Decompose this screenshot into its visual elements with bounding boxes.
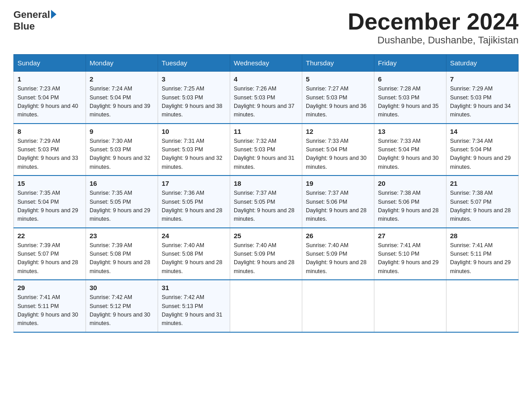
calendar-cell: 18Sunrise: 7:37 AMSunset: 5:05 PMDayligh… <box>230 176 302 228</box>
calendar-cell: 1Sunrise: 7:23 AMSunset: 5:04 PMDaylight… <box>14 72 86 124</box>
day-number: 29 <box>17 284 82 291</box>
day-info: Sunrise: 7:37 AMSunset: 5:05 PMDaylight:… <box>234 189 298 224</box>
day-number: 8 <box>17 128 82 135</box>
calendar-cell: 22Sunrise: 7:39 AMSunset: 5:07 PMDayligh… <box>14 228 86 280</box>
day-info: Sunrise: 7:33 AMSunset: 5:04 PMDaylight:… <box>306 137 370 172</box>
calendar-week-row: 1Sunrise: 7:23 AMSunset: 5:04 PMDaylight… <box>14 72 519 124</box>
day-info: Sunrise: 7:40 AMSunset: 5:08 PMDaylight:… <box>162 241 226 276</box>
calendar-subtitle: Dushanbe, Dushanbe, Tajikistan <box>348 34 519 46</box>
day-info: Sunrise: 7:23 AMSunset: 5:04 PMDaylight:… <box>17 85 82 120</box>
day-info: Sunrise: 7:33 AMSunset: 5:04 PMDaylight:… <box>378 137 442 172</box>
calendar-cell: 4Sunrise: 7:26 AMSunset: 5:03 PMDaylight… <box>230 72 302 124</box>
day-number: 15 <box>17 180 82 187</box>
day-number: 7 <box>450 75 515 83</box>
day-number: 28 <box>450 232 515 240</box>
day-number: 3 <box>162 75 226 83</box>
calendar-title: December 2024 <box>348 9 519 34</box>
day-info: Sunrise: 7:41 AMSunset: 5:10 PMDaylight:… <box>378 241 442 276</box>
calendar-cell: 9Sunrise: 7:30 AMSunset: 5:03 PMDaylight… <box>86 124 158 176</box>
day-info: Sunrise: 7:42 AMSunset: 5:13 PMDaylight:… <box>162 293 226 328</box>
day-info: Sunrise: 7:39 AMSunset: 5:08 PMDaylight:… <box>90 241 154 276</box>
logo-general-text: General <box>13 9 50 21</box>
calendar-cell: 23Sunrise: 7:39 AMSunset: 5:08 PMDayligh… <box>86 228 158 280</box>
day-number: 31 <box>162 284 226 291</box>
title-block: December 2024 Dushanbe, Dushanbe, Tajiki… <box>348 9 519 46</box>
calendar-cell: 14Sunrise: 7:34 AMSunset: 5:04 PMDayligh… <box>446 124 519 176</box>
calendar-cell: 21Sunrise: 7:38 AMSunset: 5:07 PMDayligh… <box>446 176 519 228</box>
day-number: 6 <box>378 75 442 83</box>
header-monday: Monday <box>86 55 158 72</box>
calendar-cell: 17Sunrise: 7:36 AMSunset: 5:05 PMDayligh… <box>158 176 230 228</box>
day-info: Sunrise: 7:30 AMSunset: 5:03 PMDaylight:… <box>90 137 154 172</box>
day-number: 4 <box>234 75 298 83</box>
calendar-cell <box>302 280 374 332</box>
calendar-cell: 12Sunrise: 7:33 AMSunset: 5:04 PMDayligh… <box>302 124 374 176</box>
calendar-cell: 28Sunrise: 7:41 AMSunset: 5:11 PMDayligh… <box>446 228 519 280</box>
calendar-cell: 30Sunrise: 7:42 AMSunset: 5:12 PMDayligh… <box>86 280 158 332</box>
day-info: Sunrise: 7:41 AMSunset: 5:11 PMDaylight:… <box>450 241 515 276</box>
day-info: Sunrise: 7:32 AMSunset: 5:03 PMDaylight:… <box>234 137 298 172</box>
calendar-cell <box>446 280 519 332</box>
calendar-cell: 27Sunrise: 7:41 AMSunset: 5:10 PMDayligh… <box>374 228 446 280</box>
calendar-week-row: 15Sunrise: 7:35 AMSunset: 5:04 PMDayligh… <box>14 176 519 228</box>
day-number: 20 <box>378 180 442 187</box>
day-info: Sunrise: 7:40 AMSunset: 5:09 PMDaylight:… <box>234 241 298 276</box>
day-info: Sunrise: 7:35 AMSunset: 5:05 PMDaylight:… <box>90 189 154 224</box>
calendar-week-row: 22Sunrise: 7:39 AMSunset: 5:07 PMDayligh… <box>14 228 519 280</box>
day-info: Sunrise: 7:24 AMSunset: 5:04 PMDaylight:… <box>90 85 154 120</box>
calendar-cell: 24Sunrise: 7:40 AMSunset: 5:08 PMDayligh… <box>158 228 230 280</box>
calendar-cell: 15Sunrise: 7:35 AMSunset: 5:04 PMDayligh… <box>14 176 86 228</box>
calendar-cell: 7Sunrise: 7:29 AMSunset: 5:03 PMDaylight… <box>446 72 519 124</box>
day-number: 24 <box>162 232 226 240</box>
day-info: Sunrise: 7:39 AMSunset: 5:07 PMDaylight:… <box>17 241 82 276</box>
calendar-cell: 10Sunrise: 7:31 AMSunset: 5:03 PMDayligh… <box>158 124 230 176</box>
day-info: Sunrise: 7:29 AMSunset: 5:03 PMDaylight:… <box>17 137 82 172</box>
day-number: 26 <box>306 232 370 240</box>
day-number: 5 <box>306 75 370 83</box>
calendar-cell: 19Sunrise: 7:37 AMSunset: 5:06 PMDayligh… <box>302 176 374 228</box>
calendar-cell: 6Sunrise: 7:28 AMSunset: 5:03 PMDaylight… <box>374 72 446 124</box>
day-number: 22 <box>17 232 82 240</box>
calendar-table: SundayMondayTuesdayWednesdayThursdayFrid… <box>13 54 519 333</box>
calendar-cell: 5Sunrise: 7:27 AMSunset: 5:03 PMDaylight… <box>302 72 374 124</box>
day-number: 13 <box>378 128 442 135</box>
logo-blue-text: Blue <box>13 21 56 32</box>
calendar-cell <box>374 280 446 332</box>
day-info: Sunrise: 7:25 AMSunset: 5:03 PMDaylight:… <box>162 85 226 120</box>
day-info: Sunrise: 7:40 AMSunset: 5:09 PMDaylight:… <box>306 241 370 276</box>
day-info: Sunrise: 7:28 AMSunset: 5:03 PMDaylight:… <box>378 85 442 120</box>
header-friday: Friday <box>374 55 446 72</box>
calendar-cell: 13Sunrise: 7:33 AMSunset: 5:04 PMDayligh… <box>374 124 446 176</box>
calendar-week-row: 29Sunrise: 7:41 AMSunset: 5:11 PMDayligh… <box>14 280 519 332</box>
header-thursday: Thursday <box>302 55 374 72</box>
day-number: 1 <box>17 75 82 83</box>
day-info: Sunrise: 7:27 AMSunset: 5:03 PMDaylight:… <box>306 85 370 120</box>
day-number: 21 <box>450 180 515 187</box>
calendar-cell: 2Sunrise: 7:24 AMSunset: 5:04 PMDaylight… <box>86 72 158 124</box>
day-info: Sunrise: 7:36 AMSunset: 5:05 PMDaylight:… <box>162 189 226 224</box>
day-info: Sunrise: 7:34 AMSunset: 5:04 PMDaylight:… <box>450 137 515 172</box>
day-number: 10 <box>162 128 226 135</box>
page-header: General Blue December 2024 Dushanbe, Dus… <box>13 9 519 46</box>
day-number: 19 <box>306 180 370 187</box>
calendar-cell: 3Sunrise: 7:25 AMSunset: 5:03 PMDaylight… <box>158 72 230 124</box>
calendar-cell: 8Sunrise: 7:29 AMSunset: 5:03 PMDaylight… <box>14 124 86 176</box>
day-number: 17 <box>162 180 226 187</box>
calendar-cell: 11Sunrise: 7:32 AMSunset: 5:03 PMDayligh… <box>230 124 302 176</box>
calendar-week-row: 8Sunrise: 7:29 AMSunset: 5:03 PMDaylight… <box>14 124 519 176</box>
day-info: Sunrise: 7:31 AMSunset: 5:03 PMDaylight:… <box>162 137 226 172</box>
day-info: Sunrise: 7:38 AMSunset: 5:06 PMDaylight:… <box>378 189 442 224</box>
calendar-header-row: SundayMondayTuesdayWednesdayThursdayFrid… <box>14 55 519 72</box>
header-saturday: Saturday <box>446 55 519 72</box>
calendar-cell: 26Sunrise: 7:40 AMSunset: 5:09 PMDayligh… <box>302 228 374 280</box>
day-number: 23 <box>90 232 154 240</box>
day-number: 12 <box>306 128 370 135</box>
calendar-cell: 20Sunrise: 7:38 AMSunset: 5:06 PMDayligh… <box>374 176 446 228</box>
calendar-cell: 16Sunrise: 7:35 AMSunset: 5:05 PMDayligh… <box>86 176 158 228</box>
day-info: Sunrise: 7:37 AMSunset: 5:06 PMDaylight:… <box>306 189 370 224</box>
header-wednesday: Wednesday <box>230 55 302 72</box>
day-number: 25 <box>234 232 298 240</box>
day-info: Sunrise: 7:26 AMSunset: 5:03 PMDaylight:… <box>234 85 298 120</box>
day-number: 14 <box>450 128 515 135</box>
day-info: Sunrise: 7:41 AMSunset: 5:11 PMDaylight:… <box>17 293 82 328</box>
